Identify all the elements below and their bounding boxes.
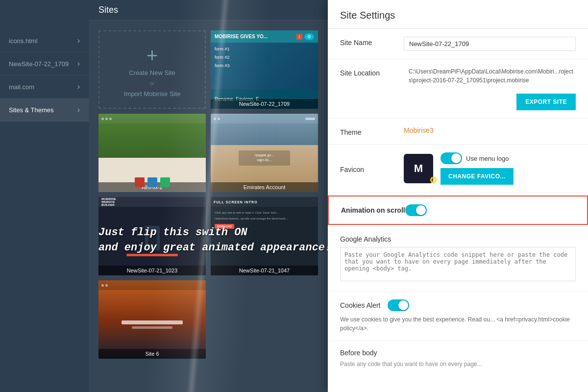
alni-thumb-inner xyxy=(98,114,206,192)
nav-dot xyxy=(101,118,104,120)
change-favicon-button[interactable]: CHANGE FAVICO... xyxy=(441,168,514,185)
mobirise-brand: MOBIRISEWEBSITEBUILDER xyxy=(101,197,116,206)
site-card-1023[interactable]: MOBIRISEWEBSITEBUILDER NewSite-07-21_102… xyxy=(98,197,206,275)
newsite-name-text: NewSite-07-22_1709 xyxy=(239,101,290,107)
product-icon xyxy=(135,177,145,187)
sidebar-item-mail[interactable]: mail.com › xyxy=(0,75,89,98)
site-location-inner: Site Location C:\Users\DreamPiF\AppData\… xyxy=(340,67,576,85)
emirates-inner: градим до...парт-бо... xyxy=(211,114,318,192)
sunset-card-content xyxy=(98,280,206,359)
fullscreen-content: Click any text to edit or style it. Clic… xyxy=(211,207,318,275)
emirates-label: Emirates Account xyxy=(211,182,318,192)
site-card-alni[interactable]: Alni-fix-2 xyxy=(98,114,206,192)
nav-dot xyxy=(218,118,220,120)
fullscreen-text-1: Click any text to edit or style it. Clic… xyxy=(215,211,279,216)
settings-panel: Site Settings Site Name Site Location C:… xyxy=(328,0,588,392)
phone-screen xyxy=(148,231,157,245)
use-logo-toggle[interactable] xyxy=(441,152,462,164)
fullscreen-brand: FULL SCREEN INTRO xyxy=(214,200,258,204)
sites-area: Sites + Create New Site or Import Mobiri… xyxy=(89,0,328,392)
site-name-label: Site Name xyxy=(340,37,404,47)
mobirise-inner: MOBIRISEWEBSITEBUILDER xyxy=(98,197,206,275)
title-bar xyxy=(122,320,183,324)
form-item-1: form #1 xyxy=(215,47,314,51)
toggle-thumb xyxy=(451,153,461,163)
site-card-newsite[interactable]: MOBIRISE GIVES YO... i ⚙ form #1 form #2… xyxy=(211,30,318,109)
google-analytics-row: Google Analytics xyxy=(328,227,588,292)
export-btn-container: EXPORT SITE xyxy=(340,89,576,110)
or-label: or xyxy=(150,80,155,86)
sidebar: icons.html › NewSite-07-22_1709 › mail.c… xyxy=(0,0,89,392)
favicon-gear-icon: ⚙ xyxy=(429,175,437,186)
fullscreen-text-2: Hide/show buttons, set title and change … xyxy=(215,217,288,221)
site-card-1047[interactable]: FULL SCREEN INTRO Click any text to edit… xyxy=(211,197,318,275)
sidebar-item-label: Sites & Themes xyxy=(9,106,54,114)
alni-hero xyxy=(98,123,206,192)
sunset-hero xyxy=(98,290,206,359)
animation-label: Animation on scroll xyxy=(341,206,405,214)
theme-row: Theme Mobirise3 xyxy=(328,119,588,145)
create-new-site-card[interactable]: + Create New Site or Import Mobirise Sit… xyxy=(98,30,206,109)
animation-toggle[interactable] xyxy=(405,204,427,216)
fullscreen-card-content: FULL SCREEN INTRO Click any text to edit… xyxy=(211,197,318,275)
emirates-text: градим до...парт-бо... xyxy=(241,153,288,163)
settings-title: Site Settings xyxy=(340,10,395,21)
before-body-row: Before body Paste any code that you want… xyxy=(328,341,588,375)
sidebar-item-themes[interactable]: Sites & Themes › xyxy=(0,98,89,122)
export-site-button[interactable]: EXPORT SITE xyxy=(516,94,576,110)
before-body-hint: Paste any code that you want to have on … xyxy=(340,361,576,368)
sunset-name: Site 6 xyxy=(145,351,159,357)
cookies-alert-row: Cookies Alert We use cookies to give you… xyxy=(328,292,588,341)
cookies-toggle[interactable] xyxy=(388,299,409,311)
nav-dot xyxy=(101,284,104,287)
newsite-label: NewSite-07-22_1709 xyxy=(211,99,318,109)
emirates-card-content: градим до...парт-бо... xyxy=(211,114,318,192)
site-location-row: Site Location C:\Users\DreamPiF\AppData\… xyxy=(328,59,588,119)
site-1047-name: NewSite-07-21_1047 xyxy=(239,268,290,273)
favicon-row: Favicon M ⚙ Use menu logo xyxy=(328,145,588,193)
download-btn: DOWNLOAD xyxy=(215,224,234,229)
mobirise-card-content: MOBIRISEWEBSITEBUILDER xyxy=(98,197,206,275)
site-card-emirates[interactable]: градим до...парт-бо... Emirates Account xyxy=(211,114,318,192)
animation-toggle-thumb xyxy=(416,205,426,215)
theme-link[interactable]: Mobirise3 xyxy=(404,126,434,134)
sidebar-item-newsite[interactable]: NewSite-07-22_1709 › xyxy=(0,52,89,75)
sites-header: Sites xyxy=(89,0,328,21)
alni-card-content xyxy=(98,114,206,192)
theme-value: Mobirise3 xyxy=(404,126,576,134)
sunset-inner xyxy=(98,280,206,359)
sidebar-item-label: mail.com xyxy=(9,83,34,91)
header-btn xyxy=(305,118,315,120)
sub-bar xyxy=(132,326,173,329)
download-text: DOWNLOAD xyxy=(217,224,232,228)
theme-label: Theme xyxy=(340,126,404,136)
sidebar-item-label: icons.html xyxy=(9,37,38,45)
alni-header-bar xyxy=(98,114,206,123)
favicon-letter: M xyxy=(414,162,423,175)
before-body-label: Before body xyxy=(340,349,576,357)
nav-dot xyxy=(214,118,216,120)
mobirise-hero xyxy=(98,207,206,275)
sidebar-item-icons[interactable]: icons.html › xyxy=(0,29,89,52)
emirates-text-block: градим до...парт-бо... xyxy=(239,150,290,166)
import-label: Import Mobirise Site xyxy=(124,90,181,98)
plus-icon: + xyxy=(147,46,158,65)
emirates-header xyxy=(211,114,318,123)
site-name-input[interactable] xyxy=(404,37,576,51)
nav-dot xyxy=(105,118,108,120)
ga-textarea[interactable] xyxy=(340,247,576,281)
alni-products xyxy=(135,177,170,187)
product-icon xyxy=(147,177,157,187)
chevron-right-icon: › xyxy=(77,82,80,91)
change-favicon-container: CHANGE FAVICO... xyxy=(441,168,514,185)
site-location-text: C:\Users\DreamPiF\AppData\Local\Mobirise… xyxy=(409,67,576,85)
site-1047-label: NewSite-07-21_1047 xyxy=(211,266,318,275)
use-menu-logo-label: Use menu logo xyxy=(466,155,509,162)
settings-body: Site Name Site Location C:\Users\DreamPi… xyxy=(328,29,588,375)
gear-icon[interactable]: ⚙ xyxy=(304,33,314,40)
create-label: Create New Site xyxy=(129,69,175,76)
site-card-sunset[interactable]: Site 6 xyxy=(98,280,206,359)
phone-mockup xyxy=(145,226,160,250)
site-location-value: C:\Users\DreamPiF\AppData\Local\Mobirise… xyxy=(409,67,576,85)
newsite-card-top: MOBIRISE GIVES YO... i ⚙ xyxy=(211,30,318,43)
